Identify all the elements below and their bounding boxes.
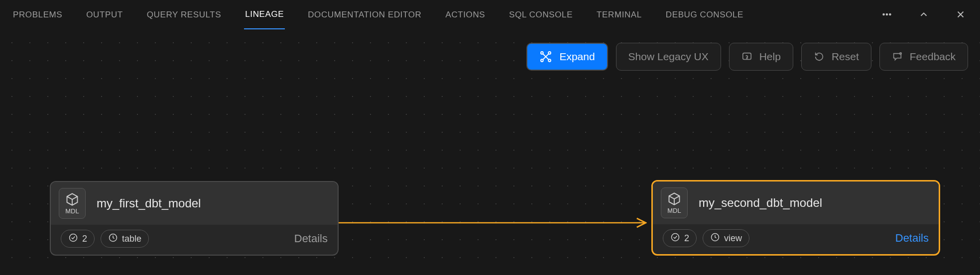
tab-lineage[interactable]: LINEAGE xyxy=(244,1,285,29)
node-title: my_first_dbt_model xyxy=(97,196,201,210)
materialization-label: view xyxy=(724,233,742,244)
model-badge: MDL xyxy=(661,187,688,218)
tab-actions[interactable]: ACTIONS xyxy=(444,2,486,29)
tests-pill[interactable]: 2 xyxy=(663,229,697,247)
feedback-button[interactable]: Feedback xyxy=(879,43,968,71)
close-icon[interactable] xyxy=(953,7,968,24)
svg-point-2 xyxy=(889,14,891,15)
lineage-toolbar: Expand Show Legacy UX Help Reset xyxy=(526,43,968,71)
tests-count: 2 xyxy=(684,233,689,244)
svg-point-17 xyxy=(672,233,679,241)
expand-button[interactable]: Expand xyxy=(526,43,608,71)
tests-icon xyxy=(670,232,680,245)
help-icon xyxy=(741,51,752,62)
tab-problems[interactable]: PROBLEMS xyxy=(12,2,63,29)
reset-label: Reset xyxy=(832,51,859,63)
tab-query-results[interactable]: QUERY RESULTS xyxy=(146,2,223,29)
chevron-up-icon[interactable] xyxy=(916,7,931,24)
feedback-label: Feedback xyxy=(910,51,956,63)
svg-point-5 xyxy=(541,52,543,54)
help-label: Help xyxy=(759,51,781,63)
materialization-pill[interactable]: table xyxy=(101,230,149,248)
materialization-icon xyxy=(710,232,720,245)
show-legacy-ux-label: Show Legacy UX xyxy=(628,51,709,63)
materialization-pill[interactable]: view xyxy=(703,229,749,247)
lineage-node[interactable]: MDL my_second_dbt_model 2 view xyxy=(651,180,940,256)
expand-label: Expand xyxy=(559,51,595,63)
node-footer: 2 table Details xyxy=(51,225,338,255)
svg-point-0 xyxy=(883,14,884,15)
more-actions-icon[interactable] xyxy=(879,7,894,24)
tab-output[interactable]: OUTPUT xyxy=(85,2,123,29)
tab-terminal[interactable]: TERMINAL xyxy=(596,2,643,29)
show-legacy-ux-button[interactable]: Show Legacy UX xyxy=(616,43,721,71)
feedback-icon xyxy=(892,51,903,62)
svg-point-15 xyxy=(70,234,77,241)
reset-button[interactable]: Reset xyxy=(801,43,871,71)
tab-sql-console[interactable]: SQL CONSOLE xyxy=(508,2,574,29)
materialization-label: table xyxy=(122,234,141,244)
lineage-node[interactable]: MDL my_first_dbt_model 2 table xyxy=(50,181,339,256)
node-header: MDL my_second_dbt_model xyxy=(653,182,939,224)
model-badge: MDL xyxy=(59,188,86,219)
tests-count: 2 xyxy=(82,234,87,244)
svg-point-7 xyxy=(541,59,543,62)
lineage-canvas[interactable]: Expand Show Legacy UX Help Reset xyxy=(0,31,980,275)
details-button[interactable]: Details xyxy=(294,232,328,245)
model-badge-label: MDL xyxy=(667,207,681,214)
reset-icon xyxy=(814,51,825,62)
expand-icon xyxy=(539,50,552,63)
node-title: my_second_dbt_model xyxy=(699,196,822,210)
panel-tab-bar: PROBLEMS OUTPUT QUERY RESULTS LINEAGE DO… xyxy=(0,0,980,31)
node-header: MDL my_first_dbt_model xyxy=(51,182,338,225)
tests-icon xyxy=(68,233,78,245)
svg-point-8 xyxy=(549,59,551,62)
tab-documentation-editor[interactable]: DOCUMENTATION EDITOR xyxy=(307,2,422,29)
svg-point-1 xyxy=(886,14,888,15)
help-button[interactable]: Help xyxy=(729,43,793,71)
svg-point-6 xyxy=(549,52,551,54)
cube-icon xyxy=(667,192,681,206)
materialization-icon xyxy=(108,233,118,245)
svg-point-12 xyxy=(746,58,747,58)
tests-pill[interactable]: 2 xyxy=(61,230,95,248)
node-footer: 2 view Details xyxy=(653,224,939,254)
model-badge-label: MDL xyxy=(65,207,79,215)
cube-icon xyxy=(65,192,79,206)
details-button[interactable]: Details xyxy=(895,232,929,245)
tab-debug-console[interactable]: DEBUG CONSOLE xyxy=(665,2,744,29)
